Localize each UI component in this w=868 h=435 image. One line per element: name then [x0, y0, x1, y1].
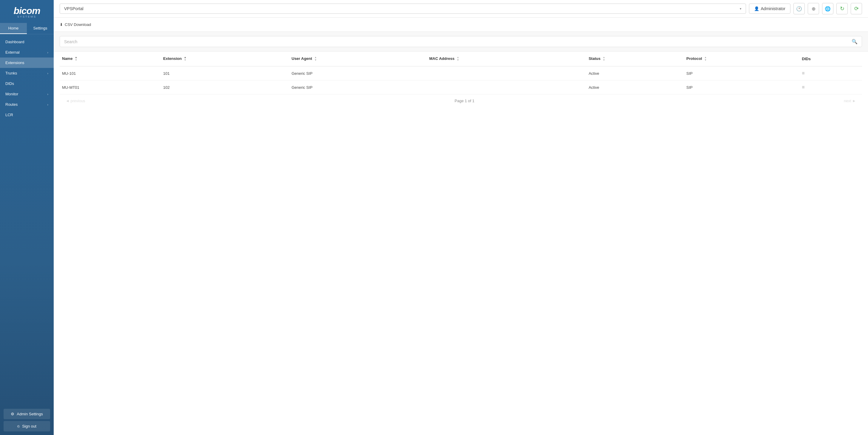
sort-down-icon: ▼	[75, 59, 77, 61]
cell-dids: ≡	[799, 66, 862, 80]
gear-icon: ⚙	[11, 412, 14, 416]
portal-select-value: VPSPortal	[64, 6, 740, 11]
sidebar: bicom SYSTEMS Home Settings Dashboard Ex…	[0, 0, 54, 435]
col-extension[interactable]: Extension ▲ ▼	[161, 52, 289, 66]
clock-icon: 🕐	[796, 6, 802, 12]
sort-icons-ext: ▲ ▼	[184, 56, 186, 61]
tab-home[interactable]: Home	[0, 23, 27, 34]
pagination-info: Page 1 of 1	[455, 99, 474, 103]
sort-icons-status: ▲ ▼	[603, 56, 605, 61]
col-protocol[interactable]: Protocol ▲ ▼	[684, 52, 799, 66]
sidebar-item-trunks[interactable]: Trunks ›	[0, 68, 54, 78]
table-header: Name ▲ ▼ Extension ▲ ▼ U	[60, 52, 862, 66]
admin-button[interactable]: 👤 Administrator	[749, 4, 790, 14]
table-row[interactable]: MU-MT01 102 Generic SIP Active SIP ≡	[60, 80, 862, 95]
csv-download-button[interactable]: ⬇ CSV Download	[60, 21, 91, 28]
sort-icons-protocol: ▲ ▼	[704, 56, 707, 61]
tab-settings[interactable]: Settings	[27, 23, 54, 34]
table-body: MU-101 101 Generic SIP Active SIP ≡ MU-M…	[60, 66, 862, 95]
download-icon: ⬇	[60, 22, 63, 27]
sidebar-bottom: ⚙ Admin Settings ⎋ Sign out	[0, 405, 54, 435]
sidebar-item-extensions[interactable]: Extensions	[0, 58, 54, 68]
main-content: VPSPortal ▾ 👤 Administrator 🕐 ⊕ 🌐 ↻ ⟳ ⬇ …	[54, 0, 868, 435]
support-icon-button[interactable]: ⊕	[808, 3, 819, 14]
sort-icons-name: ▲ ▼	[75, 56, 77, 61]
sidebar-tabs: Home Settings	[0, 23, 54, 34]
col-name[interactable]: Name ▲ ▼	[60, 52, 161, 66]
sort-icons-mac: ▲ ▼	[457, 56, 459, 61]
sync-icon: ⟳	[854, 5, 859, 12]
logo: bicom SYSTEMS	[0, 0, 54, 23]
sort-down-icon: ▼	[314, 59, 317, 61]
refresh-icon-button[interactable]: ↻	[836, 3, 848, 14]
list-icon[interactable]: ≡	[802, 71, 804, 76]
sort-up-icon: ▲	[603, 56, 605, 59]
cell-user-agent: Generic SIP	[289, 80, 427, 95]
sidebar-item-external[interactable]: External ›	[0, 47, 54, 58]
sort-up-icon: ▲	[75, 56, 77, 59]
portal-select[interactable]: VPSPortal ▾	[60, 4, 746, 14]
sidebar-item-routes[interactable]: Routes ›	[0, 99, 54, 110]
search-input-wrap: 🔍	[60, 36, 862, 47]
search-bar: 🔍	[54, 32, 868, 52]
table-row[interactable]: MU-101 101 Generic SIP Active SIP ≡	[60, 66, 862, 80]
header: VPSPortal ▾ 👤 Administrator 🕐 ⊕ 🌐 ↻ ⟳	[54, 0, 868, 18]
cell-mac	[427, 80, 586, 95]
cell-name: MU-MT01	[60, 80, 161, 95]
cell-user-agent: Generic SIP	[289, 66, 427, 80]
cell-extension: 102	[161, 80, 289, 95]
search-icon: 🔍	[851, 39, 858, 44]
cell-extension: 101	[161, 66, 289, 80]
cell-protocol: SIP	[684, 80, 799, 95]
sync-icon-button[interactable]: ⟳	[851, 3, 862, 14]
table-container: Name ▲ ▼ Extension ▲ ▼ U	[54, 52, 868, 435]
pagination-prev[interactable]: ◄ previous	[66, 99, 85, 103]
chevron-right-icon: ›	[47, 92, 48, 96]
sidebar-nav: Dashboard External › Extensions Trunks ›…	[0, 34, 54, 405]
sidebar-item-monitor[interactable]: Monitor ›	[0, 89, 54, 99]
col-mac-address[interactable]: MAC Address ▲ ▼	[427, 52, 586, 66]
pagination: ◄ previous Page 1 of 1 next ►	[60, 95, 862, 107]
cell-protocol: SIP	[684, 66, 799, 80]
pagination-next[interactable]: next ►	[844, 99, 856, 103]
toolbar: ⬇ CSV Download	[54, 18, 868, 32]
cell-dids: ≡	[799, 80, 862, 95]
user-icon: 👤	[754, 6, 759, 11]
sort-icons-ua: ▲ ▼	[314, 56, 317, 61]
cell-status: Active	[586, 80, 684, 95]
logo-brand: bicom	[13, 5, 40, 16]
cell-name: MU-101	[60, 66, 161, 80]
sort-down-icon: ▼	[184, 59, 186, 61]
chevron-right-icon: ›	[47, 71, 48, 75]
sort-up-icon: ▲	[314, 56, 317, 59]
col-user-agent[interactable]: User Agent ▲ ▼	[289, 52, 427, 66]
sidebar-item-dids[interactable]: DIDs	[0, 78, 54, 89]
sort-down-icon: ▼	[603, 59, 605, 61]
refresh-icon: ↻	[840, 5, 844, 12]
support-icon: ⊕	[812, 6, 815, 12]
sign-out-button[interactable]: ⎋ Sign out	[4, 421, 50, 431]
chevron-right-icon: ›	[47, 103, 48, 106]
sort-up-icon: ▲	[457, 56, 459, 59]
sign-out-icon: ⎋	[17, 424, 20, 429]
sort-up-icon: ▲	[704, 56, 707, 59]
globe-icon-button[interactable]: 🌐	[822, 3, 833, 14]
chevron-down-icon: ▾	[740, 7, 742, 11]
clock-icon-button[interactable]: 🕐	[794, 3, 805, 14]
extensions-table: Name ▲ ▼ Extension ▲ ▼ U	[60, 52, 862, 95]
col-dids[interactable]: DIDs	[799, 52, 862, 66]
cell-mac	[427, 66, 586, 80]
globe-icon: 🌐	[825, 6, 831, 12]
list-icon[interactable]: ≡	[802, 85, 804, 90]
sidebar-item-lcr[interactable]: LCR	[0, 110, 54, 120]
logo-systems: SYSTEMS	[13, 15, 40, 18]
admin-settings-button[interactable]: ⚙ Admin Settings	[4, 409, 50, 419]
search-input[interactable]	[64, 39, 851, 44]
chevron-right-icon: ›	[47, 51, 48, 54]
col-status[interactable]: Status ▲ ▼	[586, 52, 684, 66]
sort-up-icon: ▲	[184, 56, 186, 59]
cell-status: Active	[586, 66, 684, 80]
sidebar-item-dashboard[interactable]: Dashboard	[0, 37, 54, 47]
sort-down-icon: ▼	[457, 59, 459, 61]
sort-down-icon: ▼	[704, 59, 707, 61]
